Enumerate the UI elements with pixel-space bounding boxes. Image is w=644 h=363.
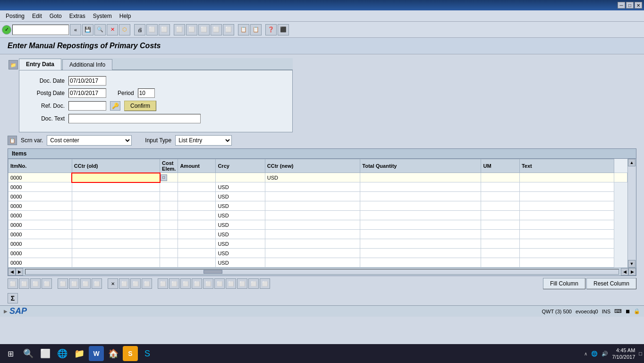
close-button[interactable]: ✕ [635, 2, 642, 9]
reset-column-button[interactable]: Reset Column [586, 278, 636, 289]
tb-btn-3[interactable]: ⬜ [174, 24, 185, 35]
table-cell[interactable] [481, 211, 519, 220]
menu-help[interactable]: Help [116, 12, 135, 20]
menu-goto[interactable]: Goto [46, 12, 66, 20]
menu-extras[interactable]: Extras [66, 12, 89, 20]
table-cell[interactable] [160, 239, 178, 249]
bt-btn-18[interactable]: ⬜ [214, 278, 225, 289]
table-cell[interactable] [360, 230, 481, 239]
bt-btn-11[interactable]: ⬜ [130, 278, 141, 289]
table-cell[interactable] [360, 182, 481, 192]
postg-date-input[interactable] [68, 88, 106, 98]
bt-btn-17[interactable]: ⬜ [203, 278, 213, 289]
table-cell[interactable] [519, 201, 614, 211]
maximize-button[interactable]: □ [626, 2, 634, 9]
table-cell[interactable] [160, 230, 178, 239]
table-cell[interactable] [178, 192, 216, 201]
table-cell[interactable] [481, 173, 519, 182]
minimize-button[interactable]: ─ [618, 2, 625, 9]
stop-button[interactable]: ⬡ [119, 24, 130, 35]
table-cell[interactable] [178, 201, 216, 211]
table-cell[interactable] [160, 249, 178, 258]
table-cell[interactable] [614, 173, 627, 182]
table-cell[interactable] [360, 249, 481, 258]
key-icon[interactable]: 🔑 [110, 101, 120, 111]
table-cell[interactable] [519, 192, 614, 201]
table-cell[interactable] [481, 192, 519, 201]
bt-btn-2[interactable]: ⬜ [19, 278, 29, 289]
table-cell[interactable] [216, 173, 265, 182]
print-button[interactable]: 🖨 [134, 24, 145, 35]
settings-button[interactable]: ⬛ [278, 24, 289, 35]
bt-btn-19[interactable]: ⬜ [226, 278, 236, 289]
table-cell[interactable] [519, 220, 614, 230]
table-cell[interactable] [360, 239, 481, 249]
table-cell[interactable] [160, 220, 178, 230]
table-cell[interactable] [360, 201, 481, 211]
table-cell[interactable] [519, 239, 614, 249]
ok-button[interactable]: ✓ [2, 25, 11, 35]
tab-additional-info[interactable]: Additional Info [62, 59, 112, 70]
taskbar-edge[interactable]: 🌐 [55, 346, 70, 361]
table-cell[interactable] [72, 173, 160, 182]
taskbar-word[interactable]: W [89, 346, 104, 361]
bt-btn-10[interactable]: ⬜ [119, 278, 129, 289]
table-cell[interactable] [72, 258, 160, 268]
table-cell[interactable] [160, 182, 178, 192]
table-cell[interactable] [72, 192, 160, 201]
table-cell[interactable] [519, 230, 614, 239]
taskbar-task-view[interactable]: ⬜ [38, 346, 53, 361]
bt-btn-3[interactable]: ⬜ [30, 278, 41, 289]
bt-btn-14[interactable]: ⬜ [169, 278, 179, 289]
table-cell[interactable] [72, 211, 160, 220]
table-cell[interactable] [265, 230, 360, 239]
table-cell[interactable] [160, 258, 178, 268]
scroll-left-button[interactable]: ◀ [8, 268, 16, 276]
bt-btn-5[interactable]: ⬜ [58, 278, 68, 289]
command-field[interactable] [12, 25, 69, 35]
title-bar-buttons[interactable]: ─ □ ✕ [618, 2, 642, 9]
table-cell[interactable] [265, 201, 360, 211]
table-cell[interactable] [178, 258, 216, 268]
table-cell[interactable] [265, 192, 360, 201]
scroll-up-button[interactable]: ▲ [628, 159, 636, 166]
bt-btn-16[interactable]: ⬜ [192, 278, 202, 289]
taskbar-search[interactable]: 🔍 [21, 346, 36, 361]
row-icon-cell[interactable]: □ [160, 173, 178, 182]
table-cell[interactable] [72, 230, 160, 239]
table-cell[interactable] [160, 201, 178, 211]
table-cell[interactable] [481, 239, 519, 249]
ref-doc-input[interactable] [68, 101, 106, 111]
bt-btn-22[interactable]: ⬜ [260, 278, 270, 289]
table-cell[interactable] [519, 211, 614, 220]
table-cell[interactable] [178, 230, 216, 239]
table-cell[interactable] [160, 211, 178, 220]
scroll-down-button[interactable]: ▼ [628, 260, 636, 268]
taskbar-explorer[interactable]: 📁 [72, 346, 87, 361]
bt-btn-7[interactable]: ⬜ [80, 278, 91, 289]
bt-btn-13[interactable]: ⬜ [158, 278, 168, 289]
tb-btn-4[interactable]: ⬜ [186, 24, 197, 35]
doc-date-input[interactable] [68, 76, 106, 86]
table-cell[interactable] [265, 220, 360, 230]
table-cell[interactable] [178, 182, 216, 192]
fill-column-button[interactable]: Fill Column [543, 278, 585, 289]
scrn-var-select[interactable]: Cost center Cost element Order [47, 135, 132, 146]
table-cell[interactable] [519, 249, 614, 258]
bt-btn-12[interactable]: ⬜ [142, 278, 152, 289]
table-cell[interactable] [72, 239, 160, 249]
tb-btn-2[interactable]: ⬜ [159, 24, 170, 35]
input-type-select[interactable]: List Entry Single Entry [175, 135, 232, 146]
table-cell[interactable] [265, 211, 360, 220]
table-cell[interactable] [178, 249, 216, 258]
table-cell[interactable] [481, 230, 519, 239]
tb-btn-6[interactable]: ⬜ [211, 24, 222, 35]
taskbar-outlook[interactable]: 🏠 [106, 346, 121, 361]
bt-btn-9[interactable]: ✕ [108, 278, 118, 289]
table-cell[interactable] [265, 239, 360, 249]
back-button[interactable]: « [70, 24, 81, 35]
table-cell[interactable] [360, 220, 481, 230]
sum-button[interactable]: Σ [8, 293, 18, 303]
help-button[interactable]: ❓ [265, 24, 277, 35]
table-cell[interactable] [72, 220, 160, 230]
